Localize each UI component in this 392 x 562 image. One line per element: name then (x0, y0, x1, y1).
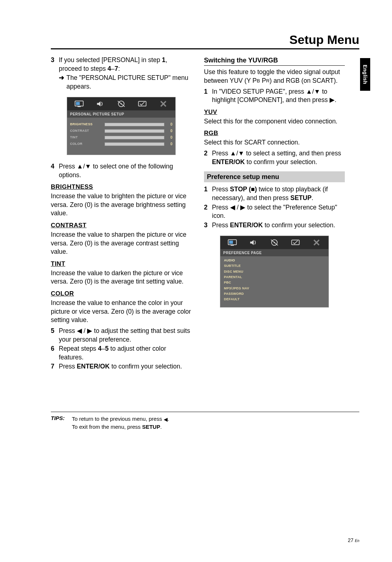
step-3-result: ➜ The "PERSONAL PICTURE SETUP" menu appe… (59, 74, 192, 91)
monitor-icon (290, 238, 301, 247)
osd-section-label: PERSONAL PICTURE SETUP (67, 111, 175, 118)
close-icon (158, 99, 168, 108)
yuv-rgb-heading: Switching the YUV/RGB (204, 56, 345, 66)
osd-menu-item: DISC MENU (224, 269, 325, 274)
pref-step-1: 1 Press STOP (■) twice to stop playback … (204, 185, 345, 202)
color-text: Increase the value to enhance the color … (51, 299, 192, 325)
disc-icon (116, 99, 126, 108)
tint-text: Increase the value to darken the picture… (51, 269, 192, 286)
contrast-text: Increase the value to sharpen the pictur… (51, 231, 192, 256)
svg-rect-10 (229, 240, 233, 244)
yuv-heading: YUV (204, 108, 345, 117)
speaker-icon (248, 238, 258, 247)
osd-preference-page: PREFERENCE PAGE AUDIOSUBTITLEDISC MENUPA… (220, 236, 329, 308)
right-step-1: 1 In "VIDEO SETUP PAGE", press ▲/▼ to hi… (204, 87, 345, 105)
step-7: 7 Press ENTER/OK to confirm your selecti… (51, 362, 192, 371)
svg-rect-6 (139, 101, 146, 106)
osd-menu-item: AUDIO (224, 258, 325, 263)
osd-slider-row: BRIGHTNESS0 (70, 121, 172, 127)
yuv-rgb-text: Use this feature to toggle the video sig… (204, 68, 345, 85)
svg-rect-1 (76, 102, 80, 105)
brightness-heading: BRIGHTNESS (51, 183, 192, 191)
step-5: 5 Press ◀ / ▶ to adjust the setting that… (51, 327, 192, 344)
tips-rule (51, 412, 359, 412)
yuv-text: Select this for the component video conn… (204, 117, 345, 126)
osd-menu-item: DEFAULT (224, 297, 325, 302)
osd-menu-item: PASSWORD (224, 291, 325, 297)
preference-heading: Preference setup menu (204, 171, 345, 182)
disc-icon (269, 238, 279, 247)
osd-menu-item: MP3/JPEG NAV (224, 286, 325, 291)
osd-slider-row: COLOR0 (70, 141, 172, 147)
tv-icon (227, 238, 237, 247)
step-3: 3 If you selected [PERSONAL] in step 1, … (51, 56, 192, 73)
page-title: Setup Menu (51, 33, 359, 47)
osd-slider-row: CONTRAST0 (70, 128, 172, 134)
page-number: 27 En (348, 537, 359, 543)
monitor-icon (137, 99, 147, 108)
speaker-icon (95, 99, 105, 108)
osd-menu-item: PARENTAL (224, 274, 325, 280)
pref-step-3: 3 Press ENTER/OK to confirm your selecti… (204, 221, 345, 230)
step-4: 4 Press ▲/▼ to select one of the followi… (51, 162, 192, 179)
right-step-2: 2 Press ▲/▼ to select a setting, and the… (204, 149, 345, 166)
tv-icon (74, 99, 84, 108)
osd-slider-row: TINT0 (70, 134, 172, 140)
svg-rect-15 (292, 240, 299, 245)
left-column: 3 If you selected [PERSONAL] in step 1, … (51, 56, 192, 372)
right-column: Switching the YUV/RGB Use this feature t… (204, 56, 345, 372)
contrast-heading: CONTRAST (51, 221, 192, 230)
language-tab: English (360, 58, 370, 91)
osd-tab-icons-2 (220, 236, 328, 249)
tint-heading: TINT (51, 260, 192, 268)
color-heading: COLOR (51, 290, 192, 298)
osd-personal-picture-setup: PERSONAL PICTURE SETUP BRIGHTNESS0CONTRA… (67, 97, 176, 155)
rgb-text: Select this for SCART connection. (204, 138, 345, 147)
svg-rect-11 (231, 245, 234, 246)
pref-step-2: 2 Press ◀ / ▶ to select the "Preference … (204, 203, 345, 220)
close-icon (311, 238, 322, 247)
brightness-text: Increase the value to brighten the pictu… (51, 192, 192, 218)
osd-menu-item: PBC (224, 280, 325, 285)
title-rule (51, 48, 359, 49)
rgb-heading: RGB (204, 129, 345, 138)
osd-section-label-2: PREFERENCE PAGE (220, 249, 328, 257)
svg-rect-2 (78, 106, 81, 107)
step-6: 6 Repeat steps 4–5 to adjust other color… (51, 345, 192, 362)
tips: TIPS: To return to the previous menu, pr… (51, 415, 359, 431)
osd-tab-icons (67, 97, 175, 111)
osd-menu-item: SUBTITLE (224, 263, 325, 269)
